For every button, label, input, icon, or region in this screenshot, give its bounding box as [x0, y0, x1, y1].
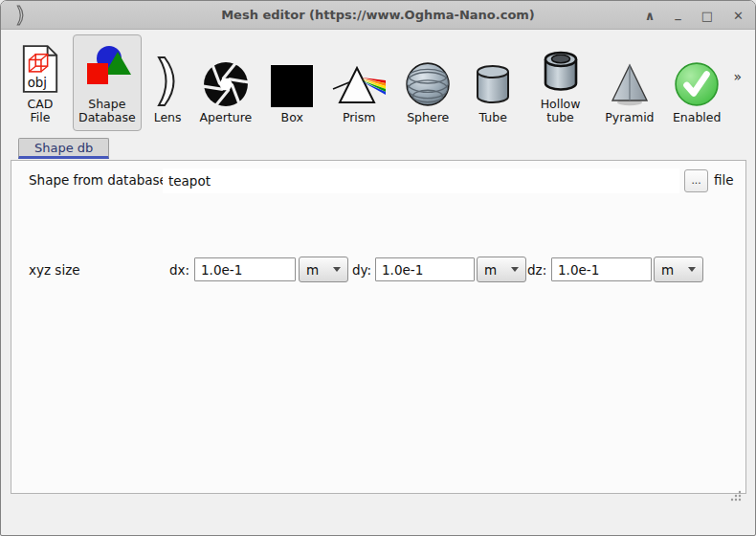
- titlebar: Mesh editor (https://www.Oghma-Nano.com)…: [1, 1, 755, 30]
- toolbar-label: Aperture: [200, 111, 253, 125]
- toolbar-button-prism[interactable]: Prism: [326, 48, 391, 131]
- hollow-tube-icon: [536, 39, 586, 95]
- svg-text:obj: obj: [28, 76, 47, 90]
- toolbar-label: Sphere: [407, 111, 449, 125]
- toolbar-button-cad-file[interactable]: obj CAD File: [14, 34, 66, 132]
- toolbar-label: Lens: [154, 111, 182, 125]
- toolbar-button-pyramid[interactable]: Pyramid: [599, 48, 660, 131]
- tab-bar: Shape db: [18, 138, 109, 159]
- enabled-check-icon: [673, 53, 721, 108]
- prism-icon: [332, 53, 386, 108]
- minimize-window-icon[interactable]: _: [675, 7, 681, 19]
- window-controls: ∧ _ □ ✕: [645, 1, 744, 30]
- browse-file-button[interactable]: ...: [684, 169, 708, 192]
- window-title: Mesh editor (https://www.Oghma-Nano.com): [221, 8, 535, 22]
- toolbar-label: Enabled: [673, 111, 722, 125]
- dz-unit-select[interactable]: m: [654, 257, 703, 282]
- close-window-icon[interactable]: ✕: [733, 10, 744, 22]
- mesh-editor-window: Mesh editor (https://www.Oghma-Nano.com)…: [0, 0, 756, 536]
- toolbar-label: Pyramid: [605, 111, 654, 125]
- dz-input[interactable]: [551, 257, 652, 281]
- shape-from-database-label: Shape from database: [29, 172, 167, 188]
- dx-unit-select[interactable]: m: [299, 257, 348, 282]
- file-label: file: [714, 172, 734, 188]
- cad-file-icon: obj: [20, 39, 60, 95]
- dz-label: dz:: [527, 262, 546, 278]
- shape-database-icon: [80, 39, 134, 95]
- toolbar-button-tube[interactable]: Tube: [464, 48, 522, 131]
- shape-db-panel: Shape from database ... file xyz size dx…: [11, 160, 746, 494]
- dy-label: dy:: [352, 262, 371, 278]
- dy-unit-select[interactable]: m: [477, 257, 526, 282]
- chevron-down-icon: [688, 267, 696, 272]
- xyz-size-label: xyz size: [29, 262, 80, 278]
- chevron-down-icon: [511, 267, 519, 272]
- dx-unit-value: m: [306, 262, 319, 278]
- dx-label: dx:: [169, 262, 189, 278]
- resize-grip-icon[interactable]: [728, 488, 743, 506]
- toolbar-label: CAD File: [20, 98, 60, 126]
- toolbar-label: Tube: [479, 111, 507, 125]
- aperture-icon: [202, 53, 250, 108]
- toolbar-overflow-chevron-icon[interactable]: »: [733, 69, 749, 98]
- toolbar-button-lens[interactable]: Lens: [148, 48, 188, 131]
- toolbar-button-hollow-tube[interactable]: Hollow tube: [528, 34, 592, 132]
- toolbar-label: Prism: [343, 111, 376, 125]
- pyramid-icon: [605, 53, 655, 108]
- tube-icon: [470, 53, 516, 108]
- shape-from-database-input[interactable]: [163, 168, 679, 193]
- dy-unit-value: m: [484, 262, 497, 278]
- toolbar-button-sphere[interactable]: Sphere: [398, 48, 457, 131]
- lens-icon: [155, 53, 180, 108]
- dx-input[interactable]: [194, 257, 296, 281]
- sphere-icon: [404, 53, 452, 108]
- shade-window-icon[interactable]: ∧: [645, 10, 656, 22]
- toolbar: obj CAD File Shape Database Lens: [1, 30, 755, 133]
- toolbar-button-box[interactable]: Box: [264, 48, 320, 131]
- dy-input[interactable]: [375, 257, 475, 281]
- chevron-down-icon: [333, 267, 341, 272]
- tab-shape-db[interactable]: Shape db: [18, 138, 109, 159]
- toolbar-button-shape-database[interactable]: Shape Database: [73, 34, 142, 132]
- toolbar-button-enabled[interactable]: Enabled: [667, 48, 727, 131]
- toolbar-label: Box: [281, 111, 303, 125]
- maximize-window-icon[interactable]: □: [701, 10, 713, 22]
- app-lens-icon: [13, 5, 28, 30]
- toolbar-label: Shape Database: [78, 98, 136, 126]
- box-icon: [270, 53, 314, 108]
- toolbar-button-aperture[interactable]: Aperture: [194, 48, 258, 131]
- dz-unit-value: m: [661, 262, 674, 278]
- toolbar-label: Hollow tube: [534, 98, 587, 126]
